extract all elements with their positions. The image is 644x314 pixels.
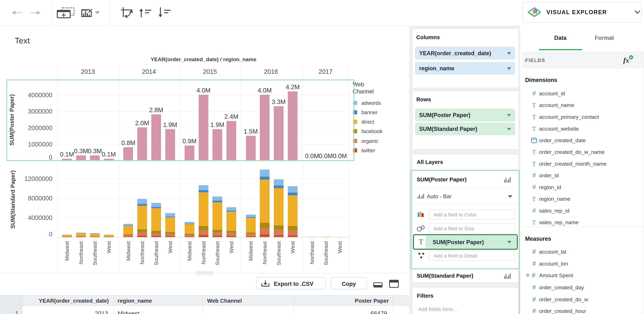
svg-text:T: T [532, 125, 536, 132]
svg-text:All Layers: All Layers [417, 159, 443, 165]
svg-text:3000000: 3000000 [28, 108, 52, 115]
svg-text:sales_rep_name: sales_rep_name [539, 219, 578, 225]
svg-text:Midwest: Midwest [64, 241, 70, 261]
svg-text:order_created_month_name: order_created_month_name [539, 161, 606, 167]
svg-text:West: West [106, 241, 112, 253]
svg-text:SUM(Poster Paper): SUM(Poster Paper) [419, 112, 470, 118]
svg-text:direct: direct [362, 119, 374, 125]
svg-text:Measures: Measures [525, 236, 551, 242]
svg-text:SUM(Standard Paper): SUM(Standard Paper) [10, 170, 16, 228]
svg-text:0.0M: 0.0M [305, 152, 319, 159]
svg-text:Rows: Rows [416, 96, 431, 102]
svg-text:Auto - Bar: Auto - Bar [427, 193, 452, 199]
svg-text:Amount Spent: Amount Spent [539, 272, 573, 278]
svg-text:West: West [228, 241, 234, 253]
svg-text:12000000: 12000000 [24, 175, 52, 182]
svg-text:West: West [167, 241, 173, 253]
svg-text:Filters: Filters [417, 292, 434, 299]
svg-text:2016: 2016 [264, 68, 278, 75]
svg-text:4000000: 4000000 [28, 92, 52, 98]
svg-text:Midwest: Midwest [186, 241, 192, 261]
svg-text:=: = [526, 272, 529, 278]
svg-text:account_website: account_website [539, 126, 579, 132]
svg-text:adwords: adwords [362, 100, 381, 106]
svg-text:T: T [532, 196, 536, 202]
svg-text:2013: 2013 [81, 68, 95, 75]
svg-text:2014: 2014 [142, 68, 156, 75]
svg-text:1.5M: 1.5M [244, 128, 258, 135]
svg-text:West: West [290, 241, 296, 253]
svg-text:2015: 2015 [203, 68, 217, 75]
svg-text:T: T [532, 160, 536, 168]
svg-text:#: # [532, 172, 536, 179]
svg-text:Northeast: Northeast [309, 241, 315, 264]
svg-text:4.2M: 4.2M [286, 84, 300, 90]
svg-text:region_id: region_id [539, 184, 561, 190]
svg-text:sales_rep_id: sales_rep_id [539, 208, 570, 214]
svg-text:4.0M: 4.0M [196, 87, 210, 94]
svg-text:Format: Format [595, 34, 614, 41]
svg-text:account_name: account_name [539, 102, 574, 108]
svg-text:Add a field to Detail: Add a field to Detail [434, 253, 477, 259]
svg-text:T: T [532, 148, 536, 156]
svg-text:Northeast: Northeast [139, 241, 145, 264]
svg-text:account_lat: account_lat [539, 249, 566, 255]
svg-text:0.1M: 0.1M [60, 151, 74, 158]
svg-text:0.8M: 0.8M [122, 140, 136, 146]
svg-text:#: # [532, 184, 536, 190]
svg-text:banner: banner [362, 110, 378, 115]
svg-text:YEAR(order_created_date): YEAR(order_created_date) [39, 298, 109, 304]
svg-text:#: # [532, 207, 536, 214]
svg-text:VISUAL EXPLORER: VISUAL EXPLORER [546, 9, 607, 16]
svg-text:order_id: order_id [539, 172, 559, 178]
svg-text:2.8M: 2.8M [149, 106, 163, 114]
svg-text:Midwest: Midwest [248, 241, 254, 261]
svg-text:account_primary_contact: account_primary_contact [539, 114, 599, 120]
svg-text:account_id: account_id [539, 90, 565, 96]
svg-text:region_name: region_name [118, 298, 152, 304]
svg-text:T: T [532, 114, 536, 120]
svg-text:Add a field to Size: Add a field to Size [434, 226, 474, 232]
svg-text:order_created_do_w: order_created_do_w [539, 296, 588, 302]
svg-text:Midwest: Midwest [125, 241, 131, 261]
svg-text:#: # [532, 284, 536, 291]
svg-text:#: # [532, 248, 536, 255]
svg-text:T: T [419, 238, 423, 246]
svg-text:3.3M: 3.3M [272, 98, 286, 105]
svg-text:West: West [337, 241, 343, 253]
svg-text:2017: 2017 [318, 68, 332, 75]
svg-text:Southeast: Southeast [92, 241, 98, 265]
svg-text:2013: 2013 [95, 310, 108, 314]
svg-text:Northeast: Northeast [200, 241, 206, 264]
svg-text:1000000: 1000000 [28, 141, 52, 148]
svg-text:SUM(Standard Paper): SUM(Standard Paper) [417, 273, 473, 279]
svg-text:YEAR(order_created_date): YEAR(order_created_date) [419, 50, 491, 56]
svg-text:#: # [532, 272, 536, 278]
svg-text:Text: Text [15, 36, 30, 45]
svg-text:twitter: twitter [362, 148, 375, 154]
svg-text:2.4M: 2.4M [224, 113, 238, 120]
svg-text:organic: organic [362, 138, 378, 144]
svg-text:fx: fx [623, 56, 629, 64]
svg-text:0.3M: 0.3M [88, 148, 102, 154]
svg-text:0.3M: 0.3M [74, 148, 88, 154]
svg-text:4.0M: 4.0M [258, 87, 272, 94]
svg-text:order_created_date: order_created_date [539, 137, 586, 143]
svg-text:SUM(Poster Paper): SUM(Poster Paper) [433, 239, 484, 246]
svg-text:Northeast: Northeast [78, 241, 84, 264]
svg-text:Southeast: Southeast [323, 241, 329, 265]
svg-text:FIELDS: FIELDS [525, 58, 545, 63]
svg-text:4000000: 4000000 [28, 214, 52, 221]
svg-text:#: # [532, 308, 536, 314]
svg-text:Data: Data [554, 34, 567, 41]
svg-text:order_created_do_w_name: order_created_do_w_name [539, 149, 604, 155]
svg-text:0.9M: 0.9M [182, 138, 196, 144]
svg-text:SUM(Standard Paper): SUM(Standard Paper) [419, 126, 477, 132]
svg-text:Southeast: Southeast [153, 241, 159, 265]
svg-text:8000000: 8000000 [28, 195, 52, 202]
svg-text:#: # [532, 296, 536, 303]
svg-text:66479: 66479 [370, 310, 387, 314]
svg-text:region_name: region_name [539, 196, 570, 202]
svg-text:#: # [532, 90, 536, 97]
svg-text:0.0M: 0.0M [333, 152, 347, 159]
